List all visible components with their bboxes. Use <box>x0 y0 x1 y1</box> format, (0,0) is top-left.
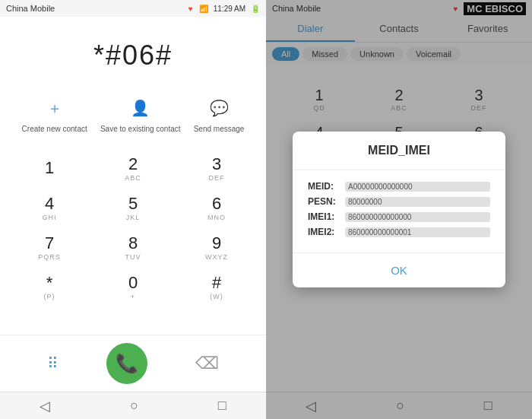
save-contact-label: Save to existing contact <box>100 125 181 133</box>
imei1-value: 860000000000000 <box>345 212 490 222</box>
modal-row-meid: MEID: A00000000000000 <box>308 181 490 192</box>
status-icons-left: 📶 11:29 AM 🔋 <box>199 5 260 13</box>
key-star[interactable]: *(P) <box>8 267 91 306</box>
key-5[interactable]: 5JKL <box>91 188 175 227</box>
key-6[interactable]: 6MNO <box>175 188 258 227</box>
grid-icon[interactable]: ⠿ <box>47 354 59 373</box>
save-contact-btn[interactable]: 👤 Save to existing contact <box>100 94 181 133</box>
bottom-bar-left: ⠿ 📞 ⌫ <box>0 335 266 392</box>
meid-value: A00000000000000 <box>345 182 490 192</box>
imei2-label: IMEI2: <box>308 227 342 237</box>
key-3[interactable]: 3DEF <box>175 148 258 188</box>
key-8[interactable]: 8TUV <box>91 227 175 267</box>
create-contact-btn[interactable]: ＋ Create new contact <box>22 94 87 133</box>
key-0[interactable]: 0+ <box>91 267 175 306</box>
key-9[interactable]: 9WXYZ <box>175 227 258 267</box>
pesn-value: 80000000 <box>345 197 490 207</box>
meid-label: MEID: <box>308 181 342 192</box>
send-message-label: Send message <box>194 125 245 133</box>
signal-icon: 📶 <box>199 5 208 13</box>
carrier-left: China Mobile <box>6 4 188 13</box>
key-4[interactable]: 4GHI <box>8 188 91 227</box>
key-2[interactable]: 2ABC <box>91 148 175 188</box>
send-message-icon: 💬 <box>205 94 233 122</box>
key-hash[interactable]: #(W) <box>175 267 258 306</box>
modal-row-imei1: IMEI1: 860000000000000 <box>308 211 490 222</box>
nav-bar-left: ◁ ○ □ <box>0 392 266 419</box>
imei2-value: 860000000000001 <box>345 227 490 237</box>
delete-icon[interactable]: ⌫ <box>195 354 219 373</box>
status-bar-left: China Mobile ♥ 📶 11:29 AM 🔋 <box>0 0 266 17</box>
battery-icon: 🔋 <box>251 5 260 13</box>
left-panel: China Mobile ♥ 📶 11:29 AM 🔋 *#06# ＋ Crea… <box>0 0 266 419</box>
create-contact-label: Create new contact <box>22 125 87 133</box>
right-panel: China Mobile ♥ MC EBISCO Dialer Contacts… <box>266 0 532 419</box>
pesn-label: PESN: <box>308 196 342 207</box>
modal-title: MEID_IMEI <box>293 132 505 170</box>
key-1[interactable]: 1 <box>8 148 91 188</box>
modal-row-imei2: IMEI2: 860000000000001 <box>308 227 490 237</box>
send-message-btn[interactable]: 💬 Send message <box>194 94 245 133</box>
recents-nav-left[interactable]: □ <box>218 398 226 414</box>
back-nav-left[interactable]: ◁ <box>40 398 50 414</box>
modal-footer: OK <box>293 252 505 287</box>
save-contact-icon: 👤 <box>127 94 154 122</box>
keypad-left: 1 2ABC 3DEF 4GHI 5JKL 6MNO 7PQRS 8TUV 9W… <box>0 148 266 306</box>
heart-icon-left: ♥ <box>188 5 193 13</box>
modal-row-pesn: PESN: 80000000 <box>308 196 490 207</box>
call-button[interactable]: 📞 <box>106 343 147 384</box>
meid-imei-modal: MEID_IMEI MEID: A00000000000000 PESN: 80… <box>293 132 505 287</box>
dialer-display: *#06# ＋ Create new contact 👤 Save to exi… <box>0 17 266 335</box>
key-7[interactable]: 7PQRS <box>8 227 91 267</box>
modal-ok-button[interactable]: OK <box>368 261 430 280</box>
dialed-number: *#06# <box>93 40 173 71</box>
modal-overlay: MEID_IMEI MEID: A00000000000000 PESN: 80… <box>266 0 532 419</box>
create-contact-icon: ＋ <box>41 94 68 122</box>
modal-body: MEID: A00000000000000 PESN: 80000000 IME… <box>293 170 505 252</box>
imei1-label: IMEI1: <box>308 211 342 222</box>
home-nav-left[interactable]: ○ <box>130 398 138 414</box>
action-buttons: ＋ Create new contact 👤 Save to existing … <box>0 87 266 141</box>
time-left: 11:29 AM <box>214 5 245 13</box>
